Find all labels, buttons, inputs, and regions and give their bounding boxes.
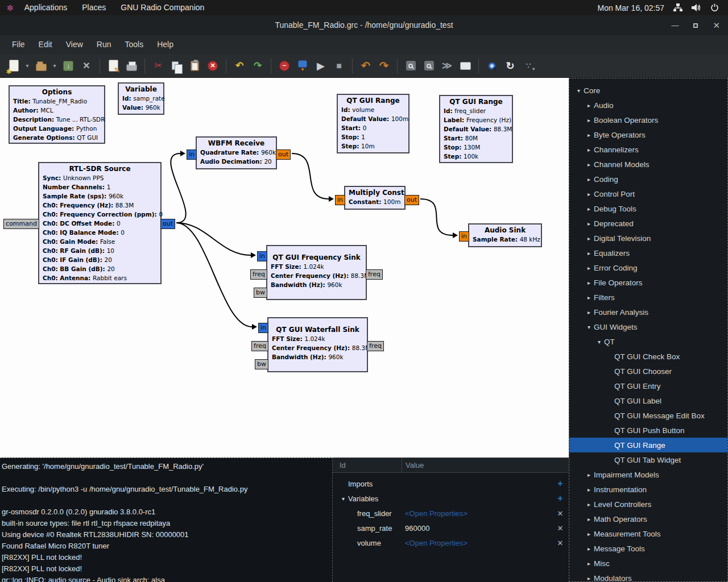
- tree-item-filters[interactable]: ▸Filters: [569, 290, 727, 305]
- var-value[interactable]: <Open Properties>: [402, 539, 552, 547]
- tree-item-deprecated[interactable]: ▸Deprecated: [569, 216, 727, 231]
- expander-icon[interactable]: ▸: [584, 560, 594, 567]
- reload-blocks-button[interactable]: ↻: [501, 57, 519, 75]
- enable-button[interactable]: [402, 57, 420, 75]
- power-icon[interactable]: [710, 3, 719, 12]
- paste-button[interactable]: [185, 57, 204, 75]
- tree-item-qt-gui-chooser[interactable]: QT GUI Chooser: [569, 364, 727, 379]
- expander-icon[interactable]: ▸: [584, 102, 594, 109]
- add-icon[interactable]: +: [552, 479, 569, 489]
- expander-icon[interactable]: ▸: [584, 176, 594, 182]
- tree-item-equalizers[interactable]: ▸Equalizers: [569, 246, 727, 260]
- generate-button[interactable]: ▾: [293, 57, 312, 75]
- tree-item-core[interactable]: ▾Core: [569, 83, 727, 98]
- tree-item-audio[interactable]: ▸Audio: [569, 98, 727, 113]
- expander-icon[interactable]: ▸: [584, 132, 594, 138]
- clock[interactable]: Mon Mar 16, 02:57: [597, 3, 664, 13]
- open-file-button[interactable]: [32, 57, 50, 75]
- network-icon[interactable]: [673, 3, 682, 12]
- desktop-menu-applications[interactable]: Applications: [17, 0, 75, 15]
- screen-capture-button[interactable]: [456, 57, 474, 75]
- port-freq[interactable]: freq: [366, 269, 383, 280]
- menu-edit[interactable]: Edit: [32, 35, 59, 54]
- tree-item-byte-operators[interactable]: ▸Byte Operators: [569, 127, 727, 142]
- port-out[interactable]: out: [404, 195, 419, 205]
- tree-item-qt[interactable]: ▾QT: [569, 334, 727, 349]
- port-in[interactable]: in: [459, 231, 469, 242]
- tree-item-channel-models[interactable]: ▸Channel Models: [569, 157, 727, 172]
- rotate-ccw-button[interactable]: ↶: [357, 57, 375, 75]
- errors-button[interactable]: −: [275, 57, 293, 75]
- tree-item-qt-gui-tab-widget[interactable]: QT GUI Tab Widget: [569, 452, 727, 467]
- tree-item-fourier-analysis[interactable]: ▸Fourier Analysis: [569, 305, 727, 319]
- tree-item-digital-television[interactable]: ▸Digital Television: [569, 231, 727, 246]
- disable-button[interactable]: [420, 57, 438, 75]
- undo-button[interactable]: ↶: [230, 57, 249, 75]
- tree-item-error-coding[interactable]: ▸Error Coding: [569, 260, 727, 275]
- close-file-button[interactable]: ✕: [77, 57, 96, 75]
- block-multiply_const[interactable]: Multiply ConstConstant: 100minout: [344, 186, 406, 210]
- port-in[interactable]: in: [335, 195, 345, 205]
- expander-icon[interactable]: ▸: [584, 309, 594, 315]
- tree-item-misc[interactable]: ▸Misc: [569, 556, 727, 571]
- tree-item-qt-gui-range[interactable]: QT GUI Range: [569, 438, 727, 452]
- expander-icon[interactable]: ▸: [584, 250, 594, 256]
- port-in[interactable]: in: [187, 149, 197, 160]
- block-wbfm_receive[interactable]: WBFM ReceiveQuadrature Rate: 960kAudio D…: [196, 136, 277, 169]
- execute-button[interactable]: ▶: [312, 57, 330, 75]
- console-log[interactable]: Generating: '/home/gnu/gnuradio_test/Tun…: [0, 458, 333, 582]
- save-file-button[interactable]: ↓: [59, 57, 77, 75]
- minimize-button[interactable]: —: [671, 22, 679, 29]
- port-bw[interactable]: bw: [254, 288, 267, 298]
- edit-block-button[interactable]: ✎: [104, 57, 122, 75]
- tree-item-file-operators[interactable]: ▸File Operators: [569, 275, 727, 290]
- delete-button[interactable]: ✕: [204, 57, 222, 75]
- dropdown-caret-button[interactable]: ▾: [50, 57, 59, 75]
- expander-icon[interactable]: ▾: [594, 339, 604, 345]
- tree-item-math-operators[interactable]: ▸Math Operators: [569, 512, 727, 526]
- block-audio_sink[interactable]: Audio SinkSample Rate: 48 kHzin: [468, 223, 542, 247]
- port-command[interactable]: command: [3, 219, 39, 229]
- expander-icon[interactable]: ▸: [584, 516, 594, 522]
- tree-item-gui-widgets[interactable]: ▾GUI Widgets: [569, 319, 727, 334]
- block-library-tree[interactable]: ▾Core▸Audio▸Boolean Operators▸Byte Opera…: [569, 78, 728, 582]
- tree-item-qt-gui-label[interactable]: QT GUI Label: [569, 393, 727, 408]
- cut-button[interactable]: ✂: [149, 57, 167, 75]
- menu-run[interactable]: Run: [90, 35, 118, 54]
- menu-tools[interactable]: Tools: [118, 35, 150, 54]
- tree-item-qt-gui-message-edit-box[interactable]: QT GUI Message Edit Box: [569, 408, 727, 423]
- kill-button[interactable]: ■: [330, 57, 348, 75]
- port-out[interactable]: out: [160, 219, 175, 229]
- menu-file[interactable]: File: [5, 35, 32, 54]
- expander-icon[interactable]: ▾: [574, 88, 584, 94]
- expander-icon[interactable]: ▾: [338, 496, 348, 502]
- tree-item-measurement-tools[interactable]: ▸Measurement Tools: [569, 526, 727, 541]
- block-qt_gui_range_freq[interactable]: QT GUI RangeId: freq_sliderLabel: Freque…: [439, 95, 513, 163]
- block-qt_gui_range_volume[interactable]: QT GUI RangeId: volumeDefault Value: 100…: [337, 94, 410, 153]
- block-variable_samp_rate[interactable]: VariableId: samp_rateValue: 960k: [118, 82, 164, 115]
- copy-button[interactable]: [167, 57, 185, 75]
- port-freq[interactable]: freq: [251, 341, 268, 351]
- port-freq[interactable]: freq: [367, 341, 384, 351]
- find-block-button[interactable]: [483, 57, 501, 75]
- dropdown-caret-button[interactable]: ▾: [23, 57, 32, 75]
- volume-icon[interactable]: [692, 3, 701, 12]
- maximize-button[interactable]: [693, 23, 698, 28]
- expander-icon[interactable]: ▸: [584, 501, 594, 508]
- port-in[interactable]: in: [257, 251, 267, 261]
- expander-icon[interactable]: ▸: [584, 221, 594, 227]
- block-options[interactable]: OptionsTitle: Tunable_FM_RadioAuthor: MC…: [9, 85, 105, 144]
- port-out[interactable]: out: [276, 149, 291, 160]
- tree-item-impairment-models[interactable]: ▸Impairment Models: [569, 467, 727, 482]
- desktop-menu-places[interactable]: Places: [75, 0, 113, 15]
- distro-logo-icon[interactable]: ✼: [7, 3, 14, 13]
- desktop-menu-gnu-radio-companion[interactable]: GNU Radio Companion: [113, 0, 212, 15]
- port-in[interactable]: in: [258, 323, 268, 333]
- expander-icon[interactable]: ▸: [584, 531, 594, 537]
- rotate-cw-button[interactable]: ↷: [375, 57, 393, 75]
- print-button[interactable]: [122, 57, 140, 75]
- tree-item-boolean-operators[interactable]: ▸Boolean Operators: [569, 113, 727, 127]
- bypass-button[interactable]: ≫: [438, 57, 456, 75]
- block-qt_gui_frequency_sink[interactable]: QT GUI Frequency SinkFFT Size: 1.024kCen…: [266, 245, 367, 300]
- block-qt_gui_waterfall_sink[interactable]: QT GUI Waterfall SinkFFT Size: 1.024kCen…: [267, 317, 368, 372]
